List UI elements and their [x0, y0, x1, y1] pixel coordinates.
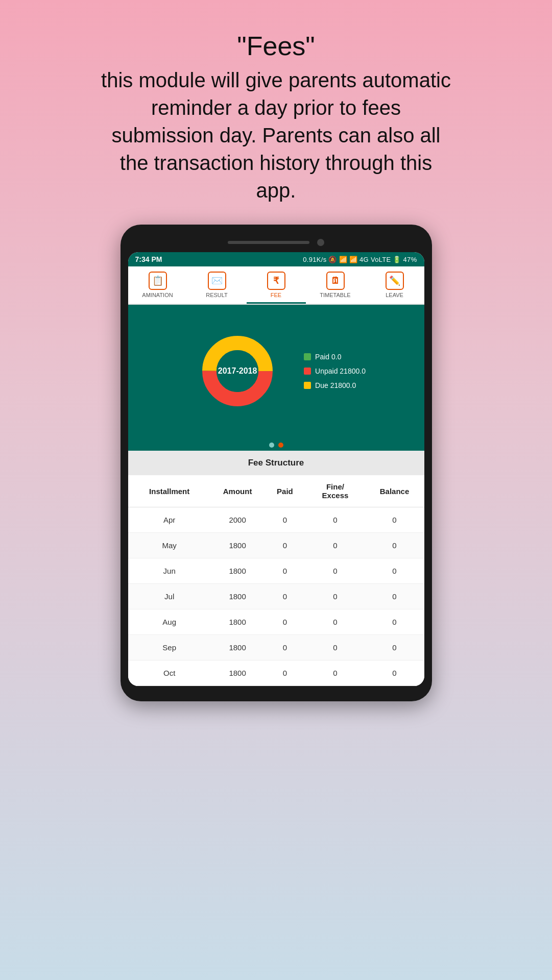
col-header-paid: Paid	[264, 475, 305, 507]
table-row: May 1800 0 0 0	[128, 533, 424, 558]
cell-fine: 0	[305, 609, 365, 635]
cell-balance: 0	[365, 558, 424, 584]
cell-amount: 1800	[211, 558, 264, 584]
phone-frame: 7:34 PM 0.91K/s 🔕 📶 📶 4G VoLTE 🔋 47% 📋 A…	[121, 225, 432, 701]
cell-fine: 0	[305, 660, 365, 686]
cell-paid: 0	[264, 609, 305, 635]
cell-installment: Aug	[128, 609, 211, 635]
tab-examination[interactable]: 📋 AMINATION	[128, 266, 187, 304]
table-row: Jun 1800 0 0 0	[128, 558, 424, 584]
col-header-amount: Amount	[211, 475, 264, 507]
donut-svg	[186, 320, 289, 422]
cell-balance: 0	[365, 635, 424, 660]
status-bar: 7:34 PM 0.91K/s 🔕 📶 📶 4G VoLTE 🔋 47%	[128, 252, 424, 266]
indicator-1[interactable]	[269, 443, 274, 448]
chart-indicators	[128, 437, 424, 451]
cell-paid: 0	[264, 507, 305, 533]
cell-installment: May	[128, 533, 211, 558]
indicator-2[interactable]	[278, 443, 283, 448]
table-row: Jul 1800 0 0 0	[128, 584, 424, 609]
legend-due: Due 21800.0	[304, 381, 366, 389]
status-right-info: 0.91K/s 🔕 📶 📶 4G VoLTE 🔋 47%	[303, 256, 417, 263]
tab-leave-label: LEAVE	[386, 292, 403, 298]
header-description: this module will give parents automatic …	[98, 66, 455, 204]
cell-paid: 0	[264, 533, 305, 558]
cell-installment: Jul	[128, 584, 211, 609]
tab-result[interactable]: ✉️ RESULT	[187, 266, 247, 304]
table-row: Sep 1800 0 0 0	[128, 635, 424, 660]
header-title: "Fees"	[98, 31, 455, 61]
legend-unpaid: Unpaid 21800.0	[304, 367, 366, 375]
cell-amount: 1800	[211, 609, 264, 635]
unpaid-dot	[304, 368, 311, 375]
cell-paid: 0	[264, 584, 305, 609]
header-section: "Fees" this module will give parents aut…	[98, 31, 455, 204]
tab-timetable[interactable]: 🗓 TIMETABLE	[306, 266, 365, 304]
cell-balance: 0	[365, 533, 424, 558]
fee-icon: ₹	[267, 272, 285, 290]
cell-paid: 0	[264, 558, 305, 584]
table-header-row: Installment Amount Paid Fine/Excess Bala…	[128, 475, 424, 507]
timetable-icon: 🗓	[326, 272, 345, 290]
cell-amount: 1800	[211, 533, 264, 558]
paid-label: Paid 0.0	[315, 353, 341, 361]
result-icon: ✉️	[208, 272, 226, 290]
cell-amount: 1800	[211, 660, 264, 686]
col-header-fine: Fine/Excess	[305, 475, 365, 507]
col-header-balance: Balance	[365, 475, 424, 507]
nav-tabs: 📋 AMINATION ✉️ RESULT ₹ FEE 🗓 T	[128, 266, 424, 305]
tab-fee[interactable]: ₹ FEE	[247, 266, 306, 304]
cell-balance: 0	[365, 584, 424, 609]
paid-dot	[304, 353, 311, 360]
chart-section: 2017-2018 Paid 0.0 Unpaid 21800.0 Due 21…	[128, 305, 424, 437]
cell-fine: 0	[305, 558, 365, 584]
cell-installment: Sep	[128, 635, 211, 660]
cell-balance: 0	[365, 660, 424, 686]
due-dot	[304, 382, 311, 389]
cell-fine: 0	[305, 507, 365, 533]
cell-installment: Apr	[128, 507, 211, 533]
cell-balance: 0	[365, 609, 424, 635]
tab-examination-label: AMINATION	[142, 292, 173, 298]
cell-installment: Oct	[128, 660, 211, 686]
cell-paid: 0	[264, 635, 305, 660]
donut-center	[217, 350, 258, 392]
due-label: Due 21800.0	[315, 381, 356, 389]
cell-fine: 0	[305, 584, 365, 609]
tab-timetable-label: TIMETABLE	[320, 292, 350, 298]
fee-table: Installment Amount Paid Fine/Excess Bala…	[128, 475, 424, 686]
cell-amount: 2000	[211, 507, 264, 533]
tab-leave[interactable]: ✏️ LEAVE	[365, 266, 424, 304]
status-time: 7:34 PM	[135, 255, 162, 263]
cell-balance: 0	[365, 507, 424, 533]
col-header-installment: Installment	[128, 475, 211, 507]
notch-dot	[317, 239, 324, 246]
cell-fine: 0	[305, 635, 365, 660]
cell-fine: 0	[305, 533, 365, 558]
unpaid-label: Unpaid 21800.0	[315, 367, 366, 375]
fee-structure-header: Fee Structure	[128, 451, 424, 475]
tab-fee-label: FEE	[271, 292, 281, 298]
cell-amount: 1800	[211, 635, 264, 660]
phone-screen: 7:34 PM 0.91K/s 🔕 📶 📶 4G VoLTE 🔋 47% 📋 A…	[128, 252, 424, 686]
cell-installment: Jun	[128, 558, 211, 584]
notch-bar	[228, 241, 309, 244]
phone-notch	[128, 235, 424, 252]
table-row: Apr 2000 0 0 0	[128, 507, 424, 533]
tab-result-label: RESULT	[206, 292, 228, 298]
leave-icon: ✏️	[386, 272, 404, 290]
exam-icon: 📋	[149, 272, 167, 290]
chart-legend: Paid 0.0 Unpaid 21800.0 Due 21800.0	[304, 353, 366, 389]
table-row: Oct 1800 0 0 0	[128, 660, 424, 686]
cell-paid: 0	[264, 660, 305, 686]
legend-paid: Paid 0.0	[304, 353, 366, 361]
donut-chart: 2017-2018	[186, 320, 289, 422]
table-row: Aug 1800 0 0 0	[128, 609, 424, 635]
cell-amount: 1800	[211, 584, 264, 609]
